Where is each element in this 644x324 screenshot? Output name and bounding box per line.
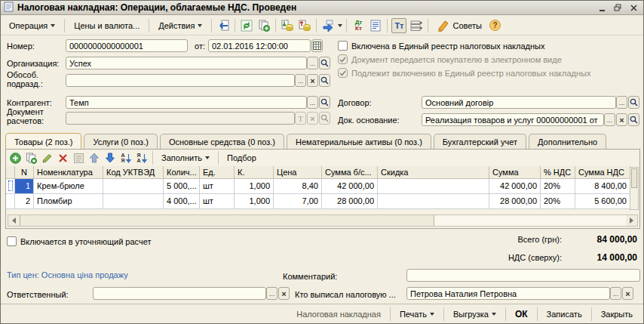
export-button[interactable]: Выгрузка: [449, 307, 501, 321]
fill-button[interactable]: Заполнить: [157, 152, 214, 164]
ok-button[interactable]: ОК: [511, 307, 532, 322]
responsible-input[interactable]: [93, 287, 266, 300]
settlement-doc-type-button[interactable]: T: [295, 112, 306, 125]
scrollbar-thumb[interactable]: [20, 215, 434, 226]
chevron-down-icon[interactable]: [338, 24, 342, 27]
comment-input[interactable]: [406, 269, 640, 282]
header-sum-wo-discount[interactable]: Сумма б/с...: [322, 166, 378, 179]
operation-button[interactable]: Операция: [4, 18, 60, 33]
help-icon[interactable]: ?: [489, 20, 501, 31]
tab-fixed-assets[interactable]: Основные средства (0 поз.): [160, 134, 284, 149]
table-cell[interactable]: [103, 179, 164, 194]
contractor-input[interactable]: [66, 96, 307, 109]
move-down-button[interactable]: [103, 151, 117, 165]
copy-row-button[interactable]: [24, 151, 38, 165]
table-cell[interactable]: [103, 194, 164, 209]
settlement-doc-open-button[interactable]: [319, 112, 330, 125]
tab-additional[interactable]: Дополнительно: [529, 134, 606, 149]
basis-doc-clear-button[interactable]: ×: [616, 113, 627, 126]
close-button[interactable]: Закрыть: [596, 307, 637, 321]
organization-open-button[interactable]: [319, 57, 330, 69]
print-button[interactable]: Печать: [395, 307, 439, 321]
basis-doc-input[interactable]: [422, 113, 604, 126]
contract-input[interactable]: [422, 96, 616, 109]
table-cell[interactable]: 7,00: [274, 194, 322, 209]
contractor-select-button[interactable]: ...: [307, 96, 318, 109]
actions-button[interactable]: Действия: [153, 18, 207, 33]
header-sum[interactable]: Сумма: [489, 166, 541, 179]
table-cell[interactable]: 42 000,00: [322, 179, 378, 194]
table-cell[interactable]: 1,000: [235, 179, 274, 194]
table-cell[interactable]: 20%: [541, 194, 575, 209]
settlement-doc-input[interactable]: [66, 112, 295, 125]
table-cell[interactable]: 5 600,00: [575, 194, 630, 209]
table-cell[interactable]: Крем-брюле: [34, 179, 103, 194]
table-cell[interactable]: [378, 179, 489, 194]
organization-input[interactable]: [66, 57, 307, 69]
list-settings-icon[interactable]: [409, 18, 424, 33]
electronic-form-checkbox[interactable]: [338, 54, 348, 64]
organization-select-button[interactable]: ...: [307, 57, 318, 69]
issuer-input[interactable]: [406, 287, 610, 300]
sort-asc-button[interactable]: АЯ: [119, 151, 133, 165]
close-icon[interactable]: [627, 2, 640, 13]
reread-document-icon[interactable]: [216, 18, 231, 33]
table-cell[interactable]: 8,40: [274, 179, 322, 194]
document-structure-icon[interactable]: [368, 18, 383, 33]
issuer-clear-button[interactable]: ×: [622, 287, 633, 300]
tips-button[interactable]: Советы: [432, 17, 486, 35]
date-input[interactable]: [208, 39, 311, 52]
tab-services[interactable]: Услуги (0 поз.): [84, 134, 157, 149]
header-vat-percent[interactable]: % НДС: [541, 166, 575, 179]
header-price[interactable]: Цена: [274, 166, 322, 179]
scrollbar-thumb[interactable]: [631, 168, 637, 188]
adjustment-checkbox[interactable]: [7, 236, 17, 246]
tab-intangible-assets[interactable]: Нематериальные активы (0 поз.): [287, 134, 431, 149]
minimize-icon[interactable]: [595, 2, 609, 13]
issuer-select-button[interactable]: ...: [610, 287, 621, 300]
table-cell[interactable]: 20%: [541, 179, 575, 194]
table-cell[interactable]: 28 000,00: [322, 194, 378, 209]
delete-row-button[interactable]: [56, 151, 69, 165]
branch-input[interactable]: [66, 74, 295, 87]
save-button[interactable]: Записать: [542, 307, 587, 321]
move-up-button[interactable]: [87, 151, 101, 165]
table-cell[interactable]: 5 000,...: [164, 179, 200, 194]
pick-button[interactable]: Подбор: [222, 152, 261, 164]
table-cell[interactable]: 4 000,...: [164, 194, 200, 209]
header-uktved-code[interactable]: Код УКТВЭД: [103, 166, 164, 179]
header-n[interactable]: N: [15, 166, 34, 179]
table-cell[interactable]: 1,000: [235, 194, 274, 209]
branch-select-button[interactable]: ...: [295, 74, 306, 87]
basis-doc-open-button[interactable]: [628, 113, 639, 126]
vertical-scrollbar[interactable]: [630, 167, 639, 210]
add-row-button[interactable]: [8, 151, 22, 165]
calendar-button[interactable]: [311, 39, 323, 52]
table-cell[interactable]: 8 400,00: [575, 179, 630, 194]
table-cell[interactable]: 2: [15, 194, 34, 209]
table-cell[interactable]: шт: [200, 194, 235, 209]
table-row[interactable]: 1 Крем-брюле 5 000,... шт 1,000 8,40 42 …: [6, 179, 630, 194]
horizontal-scrollbar[interactable]: [8, 214, 638, 227]
postings-dtkt-icon[interactable]: Дт Кт: [351, 18, 366, 33]
contract-open-button[interactable]: [628, 96, 639, 109]
tab-goods[interactable]: Товары (2 поз.): [5, 133, 81, 149]
contractor-open-button[interactable]: [319, 96, 330, 109]
table-cell[interactable]: 42 000,00: [489, 179, 541, 194]
edit-row-button[interactable]: [40, 151, 54, 165]
price-type-link[interactable]: Тип цен: Основна ціна продажу: [7, 270, 128, 279]
refresh-icon[interactable]: [239, 18, 254, 33]
responsible-clear-button[interactable]: ×: [278, 287, 290, 300]
header-coefficient[interactable]: К.: [235, 166, 274, 179]
table-cell[interactable]: 28 000,00: [489, 194, 541, 209]
table-cell[interactable]: 1: [15, 179, 34, 194]
responsible-select-button[interactable]: ...: [266, 287, 278, 300]
header-quantity[interactable]: Колич...: [164, 166, 200, 179]
table-cell[interactable]: шт: [200, 179, 235, 194]
scrollbar-track[interactable]: [434, 215, 626, 226]
branch-open-button[interactable]: [319, 74, 330, 87]
branch-clear-button[interactable]: ×: [307, 74, 318, 87]
table-cell[interactable]: Пломбир: [34, 194, 103, 209]
scroll-left-button[interactable]: [8, 215, 20, 226]
unpost-document-icon[interactable]: [297, 18, 312, 33]
